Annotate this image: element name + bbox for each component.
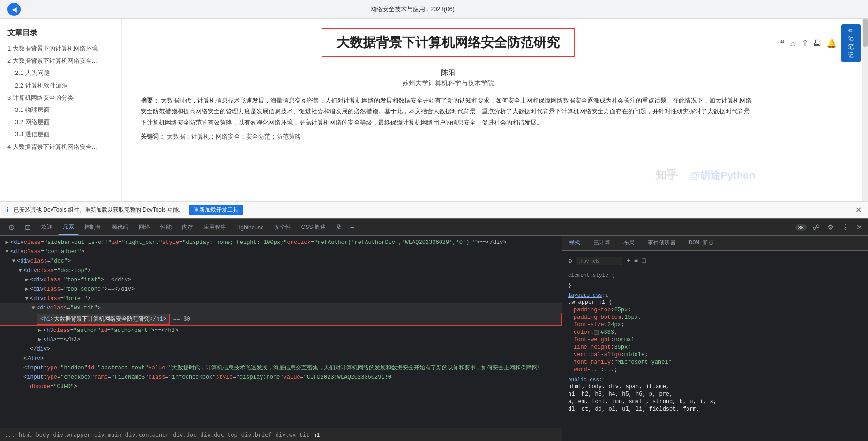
add-tab-button[interactable]: + — [347, 222, 357, 233]
tab-application[interactable]: 应用程序 — [199, 220, 231, 234]
tab-performance[interactable]: 性能 — [156, 220, 176, 234]
error-badge: 38 — [795, 224, 807, 231]
style-prop-color: color : #333 ; — [574, 329, 862, 336]
color-swatch[interactable] — [594, 330, 599, 335]
quote-icon[interactable]: ❝ — [780, 38, 785, 49]
devtools-icon-device[interactable]: ⊡ — [20, 220, 36, 235]
style-prop-font-weight: font-weight : normal ; — [574, 337, 862, 343]
toc-item-8[interactable]: 3.3 通信层面 — [7, 130, 114, 139]
tab-css-overview[interactable]: CSS 概述 — [297, 220, 330, 234]
browser-url-bar: ◀ 网络安全技术与应用 . 2023(06) — [0, 0, 868, 19]
devtools-icon-inspect[interactable]: ⊙ — [4, 220, 19, 235]
toc-title: 文章目录 — [7, 28, 114, 38]
breadcrumb-body[interactable]: body — [36, 432, 50, 438]
html-line-h1[interactable]: <h1> 大数据背景下计算机网络安全防范研究 </h1> == $0 — [0, 313, 562, 326]
element-style-block: element.style { } — [568, 272, 862, 289]
styles-tab-styles[interactable]: 样式 — [562, 236, 587, 250]
filter-row: ⊙ + ≡ □ — [568, 255, 862, 267]
styles-tabs: 样式 已计算 布局 事件侦听器 DOM 断点 — [562, 236, 868, 251]
devtools-screenshare-icon[interactable]: ☍ — [810, 222, 822, 233]
styles-tab-eventlisteners[interactable]: 事件侦听器 — [641, 236, 682, 250]
share-icon[interactable]: ⇧ — [801, 38, 808, 49]
html-line-13: </div> — [0, 354, 562, 363]
public-css-selector1: html, body, div, span, if.ame, — [568, 383, 862, 390]
html-line-input2: <input type="checkbox" name="FileNameS" … — [0, 373, 562, 382]
tab-extra[interactable]: 及 — [331, 220, 346, 234]
wrapper-h1-rule: layout3.css:1 .wrapper h1 { padding-top … — [568, 293, 862, 373]
html-line-2: ▼ <div class="container" > — [0, 247, 562, 257]
style-prop-vertical-align: vertical-align : middle ; — [574, 352, 862, 358]
public-css-source: public.css:1 — [568, 377, 862, 382]
toc-item-5[interactable]: 3 计算机网络安全的分类 — [7, 94, 114, 102]
bell-icon[interactable]: 🔔 — [826, 38, 837, 49]
style-prop-word: word-... : ... ; — [574, 367, 862, 373]
abstract-section: 摘要： 大数据时代，计算机信息技术飞速发展，海量信息交互密集，人们对计算机网络的… — [141, 95, 756, 128]
html-tree-panel: ▶ <div class="sidebar-out is-off" id="ri… — [0, 236, 562, 441]
devtools-close-icon[interactable]: ✕ — [854, 222, 864, 233]
toc-item-1[interactable]: 1 大数据背景下的计算机网络环境 — [7, 44, 114, 53]
toc-item-4[interactable]: 2.2 计算机软件漏洞 — [7, 81, 114, 90]
style-prop-font-family: font-family : "Microsoft yahei" ; — [574, 359, 862, 366]
devtools-menu-icon[interactable]: ⋮ — [839, 222, 851, 233]
styles-tab-layout[interactable]: 布局 — [617, 236, 641, 250]
note-button[interactable]: ✏ 记笔记 — [841, 24, 861, 62]
breadcrumb-divwrapper[interactable]: div.wrapper — [53, 432, 90, 438]
back-icon[interactable]: ◀ — [7, 3, 21, 16]
toolbar-icons: ❝ ☆ ⇧ 🖶 🔔 ✏ 记笔记 — [780, 24, 861, 62]
scroll-thumb[interactable] — [863, 19, 868, 47]
toggle-style-icon[interactable]: ≡ — [634, 257, 638, 265]
filter-input[interactable] — [576, 257, 622, 265]
layout3-css-link[interactable]: layout3.css — [568, 293, 602, 298]
styles-tab-computed[interactable]: 已计算 — [587, 236, 617, 250]
style-prop-padding-bottom: padding-bottom : 15px ; — [574, 314, 862, 321]
tab-welcome[interactable]: 欢迎 — [37, 220, 57, 234]
tab-memory[interactable]: 内存 — [177, 220, 198, 234]
breadcrumb-divwxtit[interactable]: div.wx-tit — [276, 432, 309, 438]
dom-breadcrumb: ... html body div.wrapper div.main div.c… — [0, 428, 562, 441]
public-css-selector2: h1, h2, h3, h4, h5, h6, p, pre, — [568, 391, 862, 397]
wrapper-h1-source: layout3.css:1 — [568, 293, 862, 298]
devtools-settings-icon[interactable]: ⚙ — [825, 222, 836, 233]
star-icon[interactable]: ☆ — [789, 38, 797, 49]
toc-item-6[interactable]: 3.1 物理层面 — [7, 106, 114, 114]
reload-devtools-button[interactable]: 重新加载开发工具 — [189, 205, 243, 215]
toc-item-3[interactable]: 2.1 人为问题 — [7, 69, 114, 77]
breadcrumb-h1[interactable]: h1 — [313, 432, 320, 438]
element-style-label: element.style { — [568, 272, 862, 279]
breadcrumb-divmain[interactable]: div.main — [94, 432, 121, 438]
tab-sources[interactable]: 源代码 — [107, 220, 133, 234]
article-title-wrapper: 大数据背景下计算机网络安全防范研究 — [141, 28, 756, 65]
breadcrumb-divcontainer[interactable]: div.container — [125, 432, 169, 438]
article-author: 陈阳 — [141, 68, 756, 77]
style-prop-padding-top: padding-top : 25px ; — [574, 307, 862, 313]
close-notification-icon[interactable]: ✕ — [855, 206, 861, 214]
breadcrumb-divdoc[interactable]: div.doc — [173, 432, 197, 438]
html-line-10: ▶ <h3 class="author" id="authorpart" > =… — [0, 326, 562, 335]
style-prop-font-size: font-size : 24px ; — [574, 322, 862, 328]
public-css-selector3: a, em, font, img, small, strong, b, u, i… — [568, 398, 862, 405]
styles-tab-dombreakpoints[interactable]: DOM 断点 — [682, 236, 720, 250]
public-css-link[interactable]: public.css — [568, 377, 599, 382]
tab-security[interactable]: 安全性 — [269, 220, 296, 234]
tab-network[interactable]: 网络 — [134, 220, 155, 234]
breadcrumb-html[interactable]: html — [19, 432, 32, 438]
breadcrumb-divdoctop[interactable]: div.doc-top — [200, 432, 237, 438]
copy-style-icon[interactable]: □ — [642, 257, 645, 265]
toc-item-2[interactable]: 2 大数据背景下计算机网络安全... — [7, 57, 114, 65]
breadcrumb-divbrief[interactable]: div.brief — [241, 432, 272, 438]
tab-elements[interactable]: 元素 — [58, 220, 79, 235]
tab-console[interactable]: 控制台 — [80, 220, 106, 234]
print-icon[interactable]: 🖶 — [813, 38, 822, 48]
tab-lighthouse[interactable]: Lighthouse — [232, 221, 269, 234]
toc-item-9[interactable]: 4 大数据背景下计算机网络安全... — [7, 143, 114, 151]
add-style-icon[interactable]: + — [626, 257, 630, 265]
filter-icon[interactable]: ⊙ — [568, 257, 572, 265]
wrapper-h1-selector: .wrapper h1 { — [568, 299, 862, 306]
devtools-panel: ⊙ ⊡ 欢迎 元素 控制台 源代码 网络 性能 内存 应用程序 Lighthou… — [0, 218, 868, 441]
abstract-label: 摘要： — [141, 97, 159, 104]
article-affiliation: 苏州大学计算机科学与技术学院 — [141, 79, 756, 88]
page-content: 文章目录 1 大数据背景下的计算机网络环境 2 大数据背景下计算机网络安全...… — [0, 19, 868, 201]
scrollbar-right[interactable] — [862, 19, 868, 201]
styles-panel: 样式 已计算 布局 事件侦听器 DOM 断点 ⊙ + ≡ □ — [562, 236, 868, 441]
toc-item-7[interactable]: 3.2 网络层面 — [7, 118, 114, 126]
